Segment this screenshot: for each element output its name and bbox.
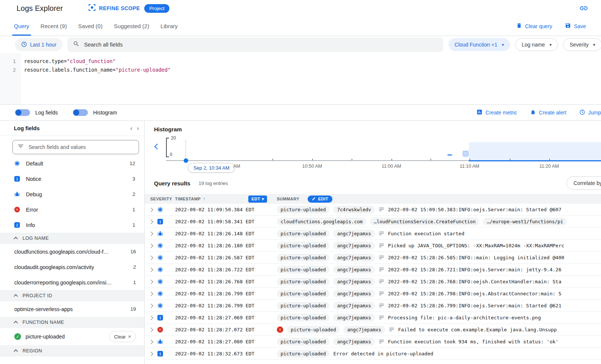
histogram-chart[interactable]: 200 Sep 2, 10:34 AM AM10:50 AM11:00 AM11… [145, 135, 601, 174]
summary-chip[interactable]: angc7jepamxs [333, 230, 374, 238]
section-header-function-name[interactable]: FUNCTION NAME [0, 317, 144, 328]
expand-chevron-icon[interactable] [145, 304, 157, 307]
summary-chip[interactable]: angc7jepamxs [333, 266, 374, 274]
field-value-item[interactable]: cloudfunctions.googleapis.com/cloud-f…16 [0, 244, 144, 259]
expand-chevron-icon[interactable] [145, 268, 157, 271]
log-entry-row[interactable]: 2022-09-02 11:28:26.722 EDTpicture-uploa… [145, 264, 601, 276]
refine-scope-button[interactable]: REFINE SCOPE Project [88, 4, 169, 13]
field-value-item[interactable]: clouderrorreporting.googleapis.com/insi…… [0, 275, 144, 290]
timezone-chip[interactable]: EDT ▾ [248, 196, 267, 203]
share-link-icon[interactable] [579, 4, 588, 13]
histogram-selection-region[interactable] [469, 142, 601, 160]
tab-library[interactable]: Library [155, 17, 183, 36]
expand-chevron-icon[interactable] [145, 292, 157, 295]
histogram-bar[interactable] [447, 154, 452, 156]
summary-chip[interactable]: picture-uploaded [277, 230, 329, 238]
clear-filter-button[interactable]: Clear× [109, 331, 136, 342]
summary-chip[interactable]: picture-uploaded [277, 206, 329, 214]
expand-chevron-icon[interactable] [145, 352, 157, 355]
summary-chip[interactable]: angc7jepamxs [333, 254, 374, 262]
save-button[interactable]: Save [565, 23, 586, 30]
summary-chip[interactable]: picture-uploaded [277, 314, 329, 322]
field-value-item[interactable]: optimize-serverless-apps19 [0, 301, 144, 317]
expand-chevron-icon[interactable] [145, 316, 157, 319]
summary-chip[interactable]: picture-uploaded [277, 254, 329, 262]
summary-chip[interactable]: picture-uploaded [287, 326, 340, 334]
query-code-line[interactable]: resource.labels.function_name="picture-u… [24, 66, 601, 74]
histogram-marker-dot[interactable] [184, 158, 188, 163]
expand-chevron-icon[interactable] [145, 280, 157, 283]
summary-chip[interactable]: picture-uploaded [277, 242, 329, 250]
summary-chip[interactable]: picture-uploaded [277, 290, 329, 298]
project-scope-badge[interactable]: Project [144, 4, 169, 13]
field-value-item[interactable]: ✓picture-uploadedClear× [0, 328, 144, 345]
severity-filter-item-debug[interactable]: Debug2 [0, 187, 144, 202]
summary-chip[interactable]: angc7jepamxs [333, 314, 374, 322]
summary-chip[interactable]: …loudFunctionsService.CreateFunction [370, 218, 479, 226]
log-fields-toggle[interactable] [15, 109, 30, 116]
resource-filter-chip[interactable]: Cloud Function +1 ▾ [448, 38, 510, 51]
summary-chip[interactable]: picture-uploaded [277, 266, 329, 274]
summary-chip[interactable]: picture-uploaded [277, 338, 329, 346]
query-code-area[interactable]: resource.type="cloud_function"resource.l… [21, 53, 601, 104]
section-header-project-id[interactable]: PROJECT ID [0, 290, 144, 301]
summary-chip[interactable]: angc7jepamxs [333, 242, 374, 250]
summary-chip[interactable]: …/europe-west1/functions/pi [483, 218, 567, 226]
summary-chip[interactable]: cloudfunctions.googleapis.com [277, 218, 366, 226]
summary-chip[interactable]: angc7jepamxs [333, 290, 374, 298]
expand-chevron-icon[interactable] [145, 328, 157, 331]
log-entry-row[interactable]: 2022-09-02 11:28:26.799 EDTpicture-uploa… [145, 300, 601, 312]
log-entry-row[interactable]: i2022-09-02 11:28:32.673 EDTpicture-uplo… [145, 348, 601, 360]
severity-filter-item-notice[interactable]: iNotice3 [0, 171, 144, 187]
section-header-log-name[interactable]: LOG NAME [0, 233, 144, 244]
tab-recent-9[interactable]: Recent (9) [35, 17, 72, 36]
correlate-by-button[interactable]: Correlate by [566, 176, 601, 190]
summary-chip[interactable]: 7c4rwskwledv [333, 206, 374, 214]
section-header-region[interactable]: REGION [0, 345, 144, 356]
summary-chip[interactable]: angc7jepamxs [333, 302, 374, 310]
histogram-toggle[interactable] [73, 109, 88, 116]
histogram-marker-tooltip[interactable]: Sep 2, 10:34 AM [188, 163, 235, 173]
severity-filter-item-error[interactable]: !!Error1 [0, 202, 144, 217]
tab-query[interactable]: Query [8, 17, 35, 36]
search-all-fields-box[interactable] [68, 38, 443, 52]
summary-chip[interactable]: angc7jepamxs [333, 338, 374, 346]
edit-summary-button[interactable]: EDIT [308, 196, 332, 203]
fields-search-box[interactable] [12, 140, 139, 154]
create-metric-button[interactable]: Create metric [476, 109, 517, 116]
sort-ascending-icon[interactable]: ↑ [203, 196, 205, 202]
histogram-prev-chevron-icon[interactable] [154, 144, 160, 150]
search-all-fields-input[interactable] [84, 42, 438, 48]
expand-chevron-icon[interactable] [145, 244, 157, 247]
chevron-left-icon[interactable]: ‹ [130, 125, 133, 132]
summary-chip[interactable]: picture-uploaded [277, 350, 329, 358]
log-name-filter-chip[interactable]: Log name ▾ [515, 38, 558, 51]
timestamp-column-header[interactable]: TIMESTAMP ↑ EDT ▾ [169, 196, 271, 203]
tab-saved-0[interactable]: Saved (0) [72, 17, 108, 36]
query-code-line[interactable]: resource.type="cloud_function" [24, 57, 601, 66]
query-editor[interactable]: 12 resource.type="cloud_function"resourc… [0, 53, 601, 104]
field-value-item[interactable]: cloudaudit.googleapis.com/activity2 [0, 259, 144, 275]
summary-chip[interactable]: angc7jepamxs [343, 326, 385, 334]
log-entry-row[interactable]: i2022-09-02 11:28:27.069 EDTpicture-uplo… [145, 312, 601, 324]
log-entry-row[interactable]: 2022-09-02 11:28:26.180 EDTpicture-uploa… [145, 240, 601, 252]
log-entry-row[interactable]: 2022-09-02 11:28:26.768 EDTpicture-uploa… [145, 276, 601, 288]
time-range-button[interactable]: Last 1 hour [15, 38, 62, 51]
summary-chip[interactable]: picture-uploaded [277, 278, 329, 286]
expand-chevron-icon[interactable] [145, 220, 157, 223]
summary-chip[interactable]: picture-uploaded [277, 302, 329, 310]
histogram-selection-handle[interactable] [463, 151, 468, 156]
severity-filter-item-info[interactable]: iInfo1 [0, 217, 144, 233]
expand-chevron-icon[interactable] [145, 232, 157, 235]
create-alert-button[interactable]: Create alert [530, 109, 566, 116]
summary-chip[interactable]: angc7jepamxs [333, 278, 374, 286]
expand-chevron-icon[interactable] [145, 256, 157, 259]
fields-search-input[interactable] [29, 144, 134, 150]
severity-filter-item-default[interactable]: Default12 [0, 156, 144, 171]
jump-button[interactable]: Jump [579, 109, 601, 116]
clear-query-button[interactable]: Clear query [516, 23, 552, 30]
log-entry-row[interactable]: 2022-09-02 11:28:26.148 EDTpicture-uploa… [145, 228, 601, 240]
severity-filter-chip[interactable]: Severity ▾ [563, 38, 601, 51]
log-entry-row[interactable]: 2022-09-02 11:28:27.080 EDTpicture-uploa… [145, 336, 601, 348]
expand-chevron-icon[interactable] [145, 208, 157, 211]
